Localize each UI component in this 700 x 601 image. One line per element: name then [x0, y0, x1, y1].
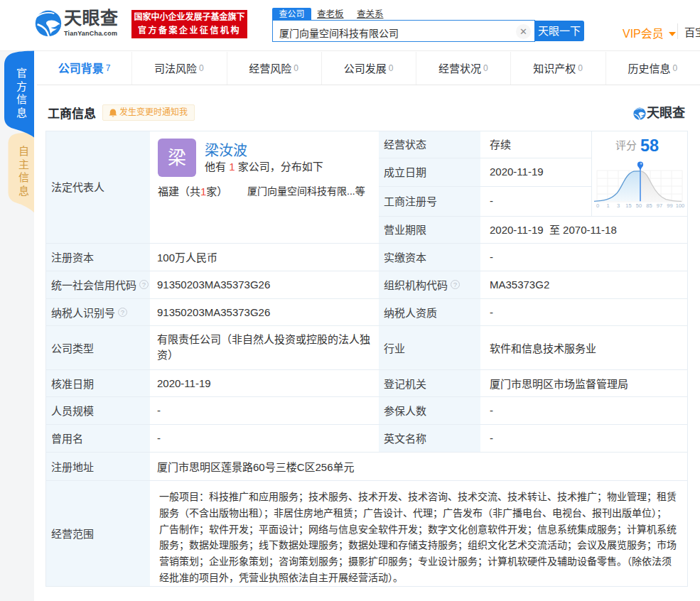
svg-text:3: 3	[617, 202, 620, 209]
svg-text:评分: 评分	[615, 139, 637, 151]
svg-text:58: 58	[640, 136, 659, 155]
svg-text:15: 15	[625, 202, 631, 209]
svg-text:50: 50	[636, 202, 642, 209]
svg-text:99: 99	[667, 202, 672, 209]
svg-text:97: 97	[657, 202, 662, 209]
svg-text:100: 100	[676, 202, 685, 209]
svg-text:1: 1	[606, 202, 609, 209]
svg-text:0: 0	[596, 202, 599, 209]
svg-text:85: 85	[646, 202, 652, 209]
